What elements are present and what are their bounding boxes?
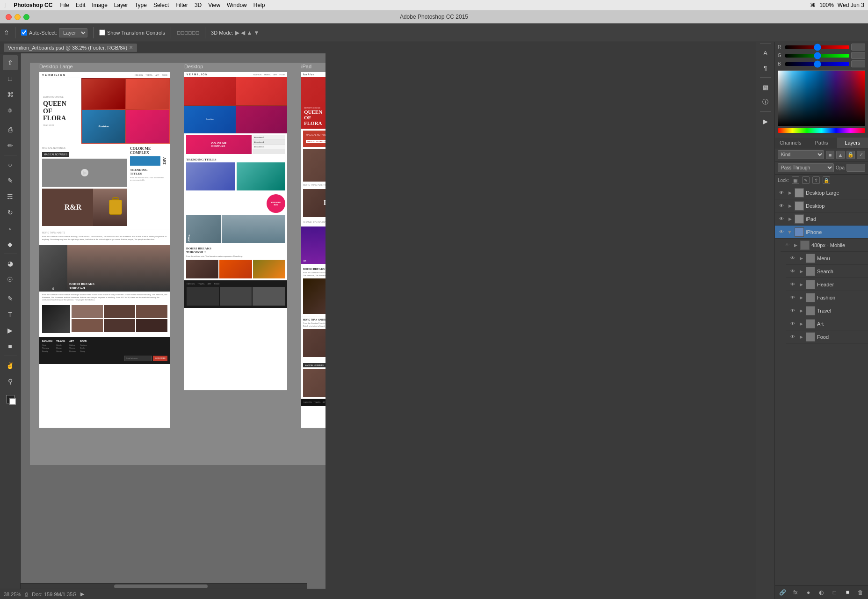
- layer-expand-desktop-large[interactable]: ▶: [787, 190, 793, 196]
- lasso-tool[interactable]: ⌘: [3, 87, 18, 102]
- minimize-button[interactable]: [14, 14, 21, 20]
- layer-expand-header[interactable]: ▶: [798, 282, 804, 287]
- menu-window[interactable]: Window: [227, 2, 247, 8]
- dl-play-btn[interactable]: ▶: [81, 169, 88, 176]
- info-icon[interactable]: ⓘ: [759, 95, 772, 109]
- document-tab[interactable]: Vermilion_Artboards.psd @ 38.2% (Footer,…: [4, 44, 137, 52]
- channel-r-value[interactable]: [851, 44, 865, 51]
- layer-visibility-ipad[interactable]: 👁: [778, 215, 785, 223]
- brush-tool[interactable]: ✎: [3, 173, 18, 188]
- paragraph-icon[interactable]: ¶: [759, 61, 772, 74]
- filter-icon-2[interactable]: ▲: [836, 151, 845, 159]
- layer-desktop[interactable]: 👁 ▶ Desktop: [775, 199, 868, 212]
- menu-file[interactable]: File: [60, 2, 69, 8]
- dl-email-input[interactable]: Email address: [124, 356, 152, 361]
- zoom-tool[interactable]: ⚲: [3, 374, 18, 389]
- layer-ipad[interactable]: 👁 ▶ iPad: [775, 212, 868, 226]
- layer-travel[interactable]: 👁 ▶ Travel: [786, 304, 868, 317]
- filter-icon-3[interactable]: 🔒: [846, 151, 855, 159]
- layer-expand-ipad[interactable]: ▶: [787, 216, 793, 222]
- layer-visibility-menu[interactable]: 👁: [789, 255, 796, 262]
- new-layer-btn[interactable]: ◽: [843, 588, 852, 597]
- layer-header[interactable]: 👁 ▶ Header: [786, 278, 868, 291]
- h-scrollbar[interactable]: [21, 583, 307, 589]
- menu-image[interactable]: Image: [92, 2, 107, 8]
- layer-expand-iphone[interactable]: ▶: [787, 229, 793, 235]
- close-button[interactable]: [6, 14, 12, 20]
- add-style-btn[interactable]: fx: [791, 588, 800, 597]
- eraser-tool[interactable]: ▫: [3, 221, 18, 236]
- filter-icon-1[interactable]: ■: [826, 151, 834, 159]
- layer-expand-desktop[interactable]: ▶: [787, 203, 793, 209]
- new-adjustment-btn[interactable]: ◐: [817, 588, 826, 597]
- layer-visibility-fashion[interactable]: 👁: [789, 294, 796, 301]
- move-tool[interactable]: ⇧: [3, 55, 18, 70]
- canvas-area[interactable]: Desktop Large VERMILION FASHION TRAVEL A…: [21, 53, 326, 589]
- h-scrollbar-thumb[interactable]: [114, 584, 208, 588]
- menu-layer[interactable]: Layer: [114, 2, 128, 8]
- history-tool[interactable]: ↻: [3, 205, 18, 220]
- layer-visibility-travel[interactable]: 👁: [789, 307, 796, 314]
- show-transform-checkbox[interactable]: [99, 29, 105, 36]
- layer-expand-fashion[interactable]: ▶: [798, 295, 804, 300]
- selection-tool[interactable]: □: [3, 71, 18, 86]
- shape-tool[interactable]: ■: [3, 339, 18, 354]
- menu-3d[interactable]: 3D: [195, 2, 202, 8]
- menu-view[interactable]: View: [208, 2, 220, 8]
- lock-all-icon[interactable]: 🔒: [823, 176, 830, 184]
- dl-subscribe-btn[interactable]: SUBSCRIBE: [153, 356, 167, 361]
- path-select-tool[interactable]: ▶: [3, 323, 18, 338]
- gradient-tool[interactable]: ◆: [3, 237, 18, 252]
- layer-480-mobile[interactable]: 👁 ▶ 480px - Mobile: [781, 239, 868, 252]
- channel-b-slider[interactable]: [785, 62, 849, 66]
- blend-mode-dropdown[interactable]: Pass Through Normal Multiply Screen Over…: [778, 163, 834, 172]
- blur-tool[interactable]: ◕: [3, 256, 18, 271]
- layer-search[interactable]: 👁 ▶ Search: [786, 265, 868, 278]
- hand-tool[interactable]: ✌: [3, 358, 18, 373]
- lock-pixels-icon[interactable]: ▦: [792, 176, 799, 184]
- channel-g-slider[interactable]: [785, 54, 849, 58]
- opacity-field[interactable]: [846, 164, 865, 172]
- layer-visibility-header[interactable]: 👁: [789, 281, 796, 288]
- actions-icon[interactable]: ▶: [759, 115, 772, 128]
- layer-iphone[interactable]: 👁 ▶ iPhone: [775, 226, 868, 239]
- pen-tool[interactable]: ✎: [3, 291, 18, 306]
- lock-brush-icon[interactable]: ✎: [802, 176, 810, 184]
- menu-filter[interactable]: Filter: [175, 2, 188, 8]
- spot-heal-tool[interactable]: ○: [3, 157, 18, 172]
- eyedropper-tool[interactable]: ✏: [3, 138, 18, 153]
- layer-visibility-480[interactable]: 👁: [783, 241, 791, 249]
- tab-channels[interactable]: Channels: [775, 138, 806, 148]
- tab-close-icon[interactable]: ✕: [129, 45, 133, 50]
- histogram-icon[interactable]: ▩: [759, 80, 772, 94]
- layer-visibility-iphone[interactable]: 👁: [778, 228, 785, 236]
- menu-edit[interactable]: Edit: [76, 2, 86, 8]
- type-tool[interactable]: T: [3, 307, 18, 322]
- layer-expand-travel[interactable]: ▶: [798, 308, 804, 314]
- auto-select-dropdown[interactable]: Layer Group: [59, 28, 87, 37]
- menu-select[interactable]: Select: [153, 2, 169, 8]
- layer-visibility-art[interactable]: 👁: [789, 320, 796, 328]
- channel-r-slider[interactable]: [785, 45, 849, 49]
- tab-paths[interactable]: Paths: [806, 138, 837, 148]
- dodge-tool[interactable]: ☉: [3, 272, 18, 287]
- auto-select-checkbox[interactable]: [21, 29, 27, 36]
- link-layers-btn[interactable]: 🔗: [778, 588, 787, 597]
- channel-g-value[interactable]: [851, 52, 865, 59]
- add-mask-btn[interactable]: ●: [804, 588, 813, 597]
- new-group-btn[interactable]: □: [830, 588, 839, 597]
- foreground-color[interactable]: [6, 395, 14, 403]
- layer-fashion[interactable]: 👁 ▶ Fashion: [786, 291, 868, 304]
- crop-tool[interactable]: ⎙: [3, 122, 18, 137]
- layer-visibility-food[interactable]: 👁: [789, 333, 796, 341]
- clone-tool[interactable]: ☴: [3, 189, 18, 204]
- layer-expand-menu[interactable]: ▶: [798, 256, 804, 261]
- layer-desktop-large[interactable]: 👁 ▶ Desktop Large: [775, 186, 868, 199]
- layer-expand-art[interactable]: ▶: [798, 321, 804, 327]
- color-gradient-picker[interactable]: [778, 70, 865, 126]
- layer-visibility-search[interactable]: 👁: [789, 268, 796, 275]
- delete-layer-btn[interactable]: 🗑: [856, 588, 865, 597]
- character-icon[interactable]: A: [759, 46, 772, 59]
- maximize-button[interactable]: [23, 14, 29, 20]
- menu-type[interactable]: Type: [135, 2, 147, 8]
